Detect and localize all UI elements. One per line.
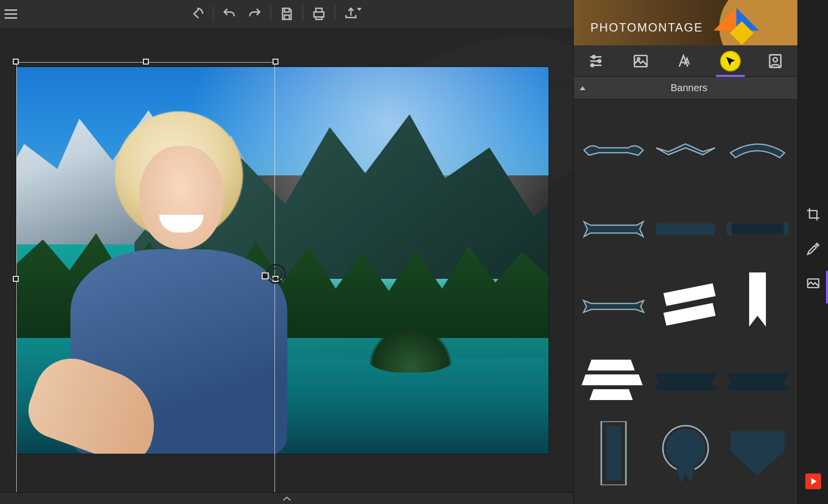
crop-tool-button[interactable] [798, 197, 828, 232]
foreground-person-layer[interactable] [36, 111, 292, 454]
svg-marker-12 [582, 374, 643, 385]
composite-image[interactable] [16, 67, 549, 454]
image-fg-decor [139, 146, 223, 249]
adjustments-tab[interactable] [574, 45, 619, 76]
banner-item-ribbon-diamond-outline[interactable] [651, 113, 720, 182]
svg-marker-11 [587, 360, 635, 370]
side-panel: PHOTOMONTAGE Banners [573, 0, 797, 504]
portrait-tab[interactable] [753, 45, 797, 76]
banner-item-ribbon-notch-dark-2[interactable] [723, 342, 792, 411]
rotate-handle[interactable] [266, 264, 286, 284]
banner-grid [574, 100, 797, 504]
chevron-down-icon [357, 8, 362, 11]
redo-button[interactable] [242, 0, 268, 28]
images-tab[interactable] [619, 45, 663, 76]
svg-marker-21 [730, 431, 785, 475]
banner-item-ribbon-straight-dark[interactable] [723, 190, 792, 259]
toolbar-separator [213, 6, 213, 22]
eyedropper-icon [806, 241, 821, 256]
collapse-arrow-icon [580, 86, 586, 90]
svg-marker-13 [589, 389, 633, 400]
crop-icon [806, 207, 821, 222]
svg-point-7 [773, 57, 777, 62]
toolbar-buttons [184, 0, 364, 28]
expand-bottom-panel[interactable] [0, 492, 573, 504]
banner-item-stripes-stagger-white[interactable] [579, 342, 648, 411]
panel-header: PHOTOMONTAGE [574, 0, 797, 45]
banner-item-pennant-solid[interactable] [723, 419, 792, 488]
image-layers-button[interactable] [798, 266, 828, 301]
cursor-highlight [721, 52, 740, 70]
banner-item-ribbon-straight-solid[interactable] [651, 190, 720, 259]
toolbar-separator [303, 6, 303, 22]
chevron-up-icon [281, 495, 292, 502]
share-icon [344, 6, 358, 21]
image-layers-icon [806, 276, 821, 291]
svg-rect-16 [606, 426, 621, 480]
text-tab[interactable] [663, 45, 708, 76]
section-header-banners[interactable]: Banners [574, 77, 797, 100]
resize-handle-w[interactable] [13, 276, 19, 282]
banner-item-ribbon-arc-outline[interactable] [723, 113, 792, 182]
resize-handle-n[interactable] [143, 59, 149, 65]
sliders-icon [587, 53, 604, 69]
toolbar-separator [335, 6, 335, 22]
svg-marker-20 [676, 467, 695, 483]
banner-item-ribbon-straight-thin[interactable] [579, 266, 648, 335]
save-icon [279, 6, 294, 21]
cursor-icon [726, 57, 735, 66]
shapes-tab[interactable] [708, 45, 753, 76]
header-art [699, 3, 778, 42]
text-icon [677, 53, 694, 69]
svg-marker-9 [663, 303, 716, 326]
banner-item-ribbon-straight-outline[interactable] [579, 190, 648, 259]
banner-item-stripes-diagonal-white[interactable] [651, 266, 720, 335]
undo-button[interactable] [216, 0, 242, 28]
svg-marker-14 [654, 373, 718, 391]
svg-point-4 [638, 58, 640, 60]
canvas-area[interactable] [0, 28, 573, 504]
share-button[interactable] [338, 0, 364, 28]
top-toolbar [0, 0, 573, 28]
undo-all-button[interactable] [184, 0, 210, 28]
banner-item-badge-medal-outline[interactable] [651, 419, 720, 488]
panel-title: PHOTOMONTAGE [590, 21, 703, 34]
save-button[interactable] [274, 0, 300, 28]
svg-marker-15 [725, 373, 790, 391]
banner-item-bookmark-white[interactable] [723, 266, 792, 335]
banner-item-ribbon-wave-outline[interactable] [579, 113, 648, 182]
redo-icon [247, 6, 262, 21]
eyedropper-tool-button[interactable] [798, 232, 828, 266]
resize-handle-ne[interactable] [273, 59, 278, 65]
banner-item-badge-rect-outline[interactable] [579, 419, 648, 488]
toolbar-separator [271, 6, 271, 22]
print-button[interactable] [306, 0, 332, 28]
menu-button[interactable] [0, 0, 22, 28]
banner-item-ribbon-notch-dark-1[interactable] [651, 342, 720, 411]
category-tabs [574, 45, 797, 77]
svg-marker-10 [749, 272, 766, 327]
picture-icon [632, 53, 649, 69]
person-icon [767, 53, 784, 69]
resize-handle-nw[interactable] [13, 59, 19, 65]
active-strip-indicator [826, 271, 828, 303]
play-button[interactable] [805, 473, 821, 489]
image-bg-decor [361, 318, 460, 372]
undo-icon [222, 6, 237, 21]
svg-point-18 [666, 429, 705, 468]
print-icon [311, 6, 326, 21]
undo-all-icon [190, 6, 205, 21]
section-label: Banners [587, 82, 791, 94]
right-tool-strip [797, 0, 828, 504]
svg-marker-8 [663, 283, 716, 306]
